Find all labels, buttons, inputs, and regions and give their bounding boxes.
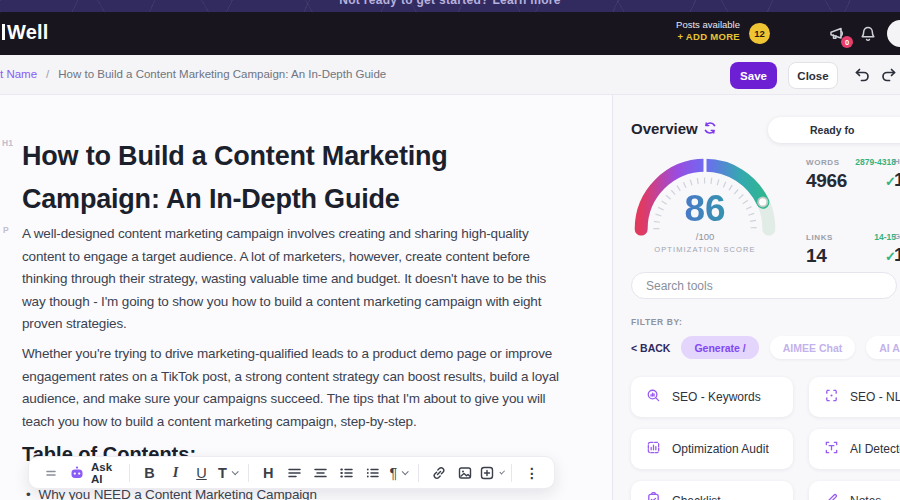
more-options-button[interactable]: ⋮ [520,460,544,486]
optimization-sidebar: Overview Ready fo [612,95,900,500]
stat-value: 4966 [806,170,847,192]
link-icon [431,465,447,481]
posts-available-block: Posts available + ADD MORE [676,19,740,43]
search-tools-input[interactable] [631,272,897,299]
image-icon [457,465,473,481]
notification-count-badge: 0 [841,36,853,48]
stat-clipped-bottom: G 1 [894,232,900,266]
document-editor[interactable]: H1 P How to Build a Content Marketing Ca… [0,95,612,500]
stat-value: 1 [894,169,900,191]
promo-banner-text[interactable]: Not ready to get started? Learn more [0,0,900,7]
insert-block-dropdown[interactable] [479,460,503,486]
text-style-dropdown[interactable]: T [216,460,240,486]
tool-card-label: SEO - Keywords [672,390,761,404]
breadcrumb-page-title: How to Build a Content Marketing Campaig… [58,68,386,80]
toolbar-divider [418,464,419,482]
stat-value: 1 [894,244,900,266]
redo-button[interactable] [879,65,899,85]
ai-detector-icon [824,440,839,459]
user-avatar[interactable] [887,20,900,47]
bell-icon [858,30,878,47]
stat-label: LINKS [806,233,833,242]
filter-chip-ai-agents[interactable]: AI Agents [866,336,900,359]
announcements-button[interactable]: 0 [828,24,848,44]
document-title[interactable]: How to Build a Content Marketing Campaig… [22,135,547,221]
insert-image-button[interactable] [453,460,477,486]
refresh-icon [703,121,717,138]
insert-plus-icon [479,465,495,481]
document-paragraph-2[interactable]: Whether you're trying to drive marketing… [22,343,570,433]
italic-icon: I [173,464,179,481]
tool-card-ai-detector[interactable]: AI Detector [809,429,900,469]
h1-block-marker: H1 [2,138,13,148]
close-button[interactable]: Close [788,62,838,89]
bullet-list-button[interactable] [360,460,384,486]
audit-chart-icon [646,440,661,459]
tool-card-seo-keywords[interactable]: SEO - Keywords [631,377,793,417]
tool-card-label: AI Detector [850,442,900,456]
underline-button[interactable]: U [190,460,214,486]
drag-handle[interactable] [39,460,63,486]
paragraph-icon: ¶ [389,465,397,481]
notes-pencil-icon [824,492,839,500]
filter-chip-aimee-chat[interactable]: AIMEE Chat [770,336,856,359]
checklist-icon [646,492,661,500]
italic-button[interactable]: I [164,460,188,486]
nlp-brackets-icon [824,388,839,407]
bold-icon: B [144,465,154,481]
undo-button[interactable] [852,65,872,85]
optimization-score-denominator: /100 [629,231,781,242]
breadcrumb-project-link[interactable]: t Name [0,68,37,80]
tool-card-checklist[interactable]: Checklist [631,481,793,500]
ask-ai-button[interactable]: Ask AI [65,460,121,486]
keyword-search-icon [646,388,661,407]
stat-value: 14 [806,245,827,267]
heading-button[interactable]: H [256,460,280,486]
tool-card-label: SEO - NLPs [850,390,900,404]
stat-links: LINKS14-15 14✓ [806,232,896,267]
ordered-list-button[interactable] [334,460,358,486]
text-style-icon: T [218,465,227,481]
filter-chips-row: < BACK Generate / AIMEE Chat AI Agents A… [631,336,900,359]
refresh-button[interactable] [703,121,717,135]
ready-for-review-button[interactable]: Ready fo [768,117,900,143]
formatting-toolbar: Ask AI B I U T H ¶ ⋮ [28,456,555,489]
document-paragraph-1[interactable]: A well-designed content marketing campai… [22,223,570,336]
save-button[interactable]: Save [730,62,777,89]
align-center-icon [313,466,328,480]
bold-button[interactable]: B [138,460,162,486]
ask-ai-label: Ask AI [91,461,117,485]
toolbar-divider [511,464,512,482]
redo-icon [879,71,899,88]
add-more-button[interactable]: + ADD MORE [676,31,740,43]
breadcrumb: t Name/How to Build a Content Marketing … [0,68,386,80]
align-center-button[interactable] [308,460,332,486]
tool-card-notes[interactable]: Notes [809,481,900,500]
tool-card-seo-nlps[interactable]: SEO - NLPs [809,377,900,417]
insert-link-button[interactable] [427,460,451,486]
posts-available-label: Posts available [676,19,740,31]
filter-chip-generate[interactable]: Generate / [681,336,758,359]
heading-icon: H [263,465,273,481]
stat-target-range: 14-15 [874,232,896,242]
filter-by-label: FILTER BY: [631,317,682,327]
align-left-icon [287,466,302,480]
stat-target-range: 2879-4318 [855,157,896,167]
overview-title: Overview [631,120,698,137]
ordered-list-icon [339,466,354,480]
breadcrumb-bar: t Name/How to Build a Content Marketing … [0,55,900,95]
stat-clipped-top: H 1 [894,157,900,191]
back-filter-button[interactable]: < BACK [631,342,670,354]
align-left-button[interactable] [282,460,306,486]
paragraph-dropdown[interactable]: ¶ [386,460,410,486]
stat-label: H [894,157,900,166]
tool-card-label: Notes [850,494,881,500]
optimization-score-label: OPTIMIZATION SCORE [629,245,781,254]
stat-label: G [894,232,900,241]
tool-card-optimization-audit[interactable]: Optimization Audit [631,429,793,469]
tool-card-label: Optimization Audit [672,442,769,456]
paragraph-block-marker: P [3,225,9,235]
notifications-button[interactable] [858,24,878,44]
tool-card-label: Checklist [672,494,721,500]
optimization-score-value: 86 [629,189,781,229]
